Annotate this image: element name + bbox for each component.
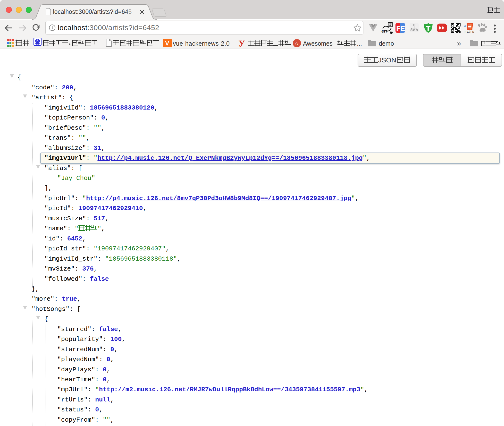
svg-text:E: E <box>400 25 405 32</box>
svg-text:V: V <box>165 40 169 47</box>
svg-text:PLAYER: PLAYER <box>464 31 474 34</box>
svg-text:F: F <box>396 25 401 32</box>
svg-text:en: en <box>381 28 387 34</box>
svg-text:A: A <box>294 40 298 46</box>
